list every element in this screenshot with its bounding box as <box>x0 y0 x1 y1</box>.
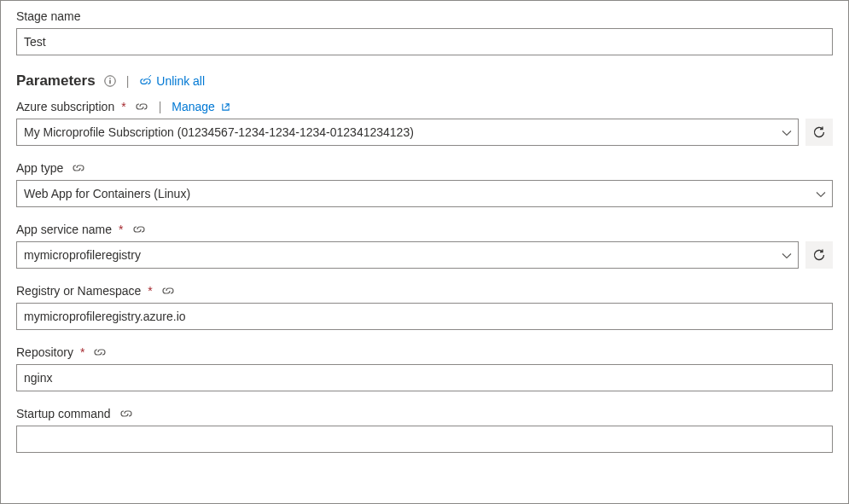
svg-point-1 <box>109 78 111 79</box>
stage-name-label: Stage name <box>16 9 81 23</box>
registry-namespace-group: Registry or Namespace* <box>16 284 833 330</box>
manage-label: Manage <box>172 100 215 113</box>
svg-line-3 <box>149 75 152 78</box>
required-marker: * <box>121 100 125 113</box>
app-type-label: App type <box>16 161 63 175</box>
app-service-name-label: App service name* <box>16 223 124 236</box>
repository-label-row: Repository* <box>16 345 833 359</box>
parameters-header: Parameters | Unlink all <box>16 72 833 90</box>
startup-command-label-row: Startup command <box>16 407 833 420</box>
app-type-group: App type Web App for Containers (Linux) <box>16 161 833 207</box>
app-service-name-value: mymicroprofileregistry <box>24 248 141 262</box>
unlink-all-link[interactable]: Unlink all <box>139 74 205 88</box>
unlink-all-label: Unlink all <box>156 74 205 88</box>
divider: | <box>159 100 162 113</box>
divider: | <box>126 74 130 88</box>
link-icon[interactable] <box>132 224 146 235</box>
link-icon[interactable] <box>161 286 175 296</box>
startup-command-group: Startup command <box>16 407 833 453</box>
app-type-value: Web App for Containers (Linux) <box>24 187 190 200</box>
app-service-name-label-row: App service name* <box>16 223 833 236</box>
app-service-name-select[interactable]: mymicroprofileregistry <box>16 241 799 269</box>
azure-subscription-label-row: Azure subscription* | Manage <box>16 100 833 113</box>
app-type-select[interactable]: Web App for Containers (Linux) <box>16 180 833 207</box>
link-icon[interactable] <box>93 347 107 357</box>
repository-input[interactable] <box>16 364 833 391</box>
stage-name-input[interactable] <box>16 28 833 55</box>
info-icon[interactable] <box>104 75 116 87</box>
required-marker: * <box>80 345 84 359</box>
startup-command-label: Startup command <box>16 407 111 420</box>
refresh-button[interactable] <box>805 241 833 269</box>
required-marker: * <box>119 223 123 236</box>
parameters-title: Parameters <box>16 72 96 90</box>
link-icon[interactable] <box>135 101 148 112</box>
unlink-icon <box>139 75 152 88</box>
azure-subscription-value: My Microprofile Subscription (01234567-1… <box>24 125 414 139</box>
refresh-button[interactable] <box>805 119 833 146</box>
external-link-icon <box>221 102 230 112</box>
azure-subscription-group: Azure subscription* | Manage <box>16 100 833 146</box>
registry-namespace-label: Registry or Namespace* <box>16 284 153 298</box>
registry-namespace-input[interactable] <box>16 303 833 330</box>
azure-subscription-label: Azure subscription* <box>16 100 126 113</box>
svg-line-4 <box>224 103 229 107</box>
azure-subscription-select[interactable]: My Microprofile Subscription (01234567-1… <box>16 119 799 146</box>
registry-namespace-label-row: Registry or Namespace* <box>16 284 833 298</box>
refresh-icon <box>812 248 826 262</box>
app-service-name-group: App service name* mymicroprofileregistry <box>16 223 833 269</box>
repository-group: Repository* <box>16 345 833 391</box>
stage-name-group: Stage name <box>16 9 833 55</box>
startup-command-input[interactable] <box>16 426 833 453</box>
required-marker: * <box>148 284 152 298</box>
refresh-icon <box>812 125 826 139</box>
link-icon[interactable] <box>119 408 133 419</box>
app-type-label-row: App type <box>16 161 833 175</box>
form-container: Stage name Parameters | Unlink all Azur <box>0 0 849 504</box>
link-icon[interactable] <box>72 163 85 173</box>
repository-label: Repository* <box>16 345 84 359</box>
manage-link[interactable]: Manage <box>172 100 230 113</box>
svg-rect-2 <box>109 80 110 84</box>
